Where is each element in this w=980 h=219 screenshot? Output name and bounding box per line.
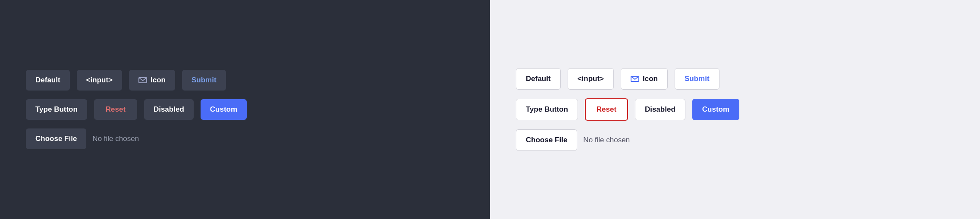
light-row-3: Choose File No file chosen	[516, 129, 630, 151]
light-row-1: Default <input> Icon Submit	[516, 68, 719, 90]
light-icon-button-label: Icon	[643, 75, 658, 83]
dark-icon-button[interactable]: Icon	[129, 70, 175, 91]
light-icon-button[interactable]: Icon	[621, 68, 668, 90]
envelope-icon	[138, 77, 147, 83]
dark-disabled-button[interactable]: Disabled	[144, 99, 194, 120]
dark-row-3: Choose File No file chosen	[26, 128, 139, 149]
dark-submit-button[interactable]: Submit	[182, 70, 226, 91]
light-input-button[interactable]: <input>	[568, 68, 614, 90]
dark-typebutton-button[interactable]: Type Button	[26, 99, 87, 120]
dark-custom-button[interactable]: Custom	[201, 99, 247, 120]
dark-row-2: Type Button Reset Disabled Custom	[26, 99, 247, 120]
light-reset-button[interactable]: Reset	[585, 98, 628, 121]
dark-choose-file-button[interactable]: Choose File	[26, 128, 86, 149]
light-choose-file-button[interactable]: Choose File	[516, 129, 577, 151]
dark-default-button[interactable]: Default	[26, 70, 70, 91]
dark-reset-button[interactable]: Reset	[94, 99, 137, 120]
light-no-file-label: No file chosen	[583, 136, 630, 144]
light-panel: Default <input> Icon Submit Type Button …	[490, 0, 980, 219]
light-submit-button[interactable]: Submit	[675, 68, 719, 90]
light-typebutton-button[interactable]: Type Button	[516, 99, 578, 120]
dark-panel: Default <input> Icon Submit Type Button …	[0, 0, 490, 219]
light-default-button[interactable]: Default	[516, 68, 561, 90]
dark-icon-button-label: Icon	[151, 76, 166, 84]
light-disabled-button[interactable]: Disabled	[635, 99, 685, 120]
dark-no-file-label: No file chosen	[92, 135, 139, 143]
dark-input-button[interactable]: <input>	[77, 70, 122, 91]
dark-row-1: Default <input> Icon Submit	[26, 70, 226, 91]
light-custom-button[interactable]: Custom	[692, 99, 739, 120]
light-row-2: Type Button Reset Disabled Custom	[516, 98, 739, 121]
envelope-icon-light	[631, 76, 639, 82]
